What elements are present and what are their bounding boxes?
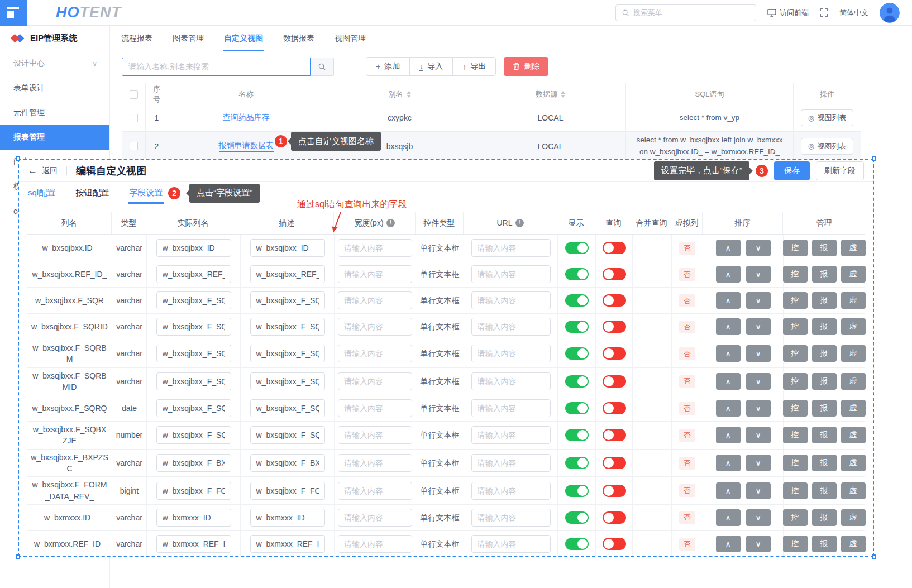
show-toggle[interactable] bbox=[565, 485, 589, 497]
collapse-menu-button[interactable] bbox=[0, 0, 27, 26]
move-down-button[interactable]: ∨ bbox=[746, 400, 771, 417]
move-up-button[interactable]: ∧ bbox=[716, 427, 741, 443]
actual-col-input[interactable] bbox=[156, 318, 231, 336]
url-input[interactable] bbox=[471, 291, 551, 309]
width-input[interactable] bbox=[338, 265, 412, 283]
query-toggle[interactable] bbox=[603, 375, 626, 388]
desc-input[interactable] bbox=[250, 265, 325, 283]
move-down-button[interactable]: ∨ bbox=[746, 345, 771, 362]
desc-input[interactable] bbox=[250, 399, 325, 417]
report-tab-2[interactable]: 自定义视图 bbox=[223, 26, 264, 51]
manage-report-button[interactable]: 报 bbox=[812, 318, 837, 335]
view-list-button[interactable]: ◎视图列表 bbox=[801, 109, 853, 126]
export-button[interactable]: ↑ 导出 bbox=[452, 57, 496, 76]
query-toggle[interactable] bbox=[603, 268, 626, 280]
back-button[interactable]: ← 返回 bbox=[28, 166, 58, 176]
url-input[interactable] bbox=[471, 399, 551, 417]
report-tab-4[interactable]: 视图管理 bbox=[333, 26, 367, 51]
show-toggle[interactable] bbox=[565, 321, 589, 333]
manage-report-button[interactable]: 报 bbox=[812, 292, 837, 309]
view-name-link[interactable]: 查询药品库存 bbox=[223, 113, 270, 123]
move-down-button[interactable]: ∨ bbox=[746, 509, 771, 526]
desc-input[interactable] bbox=[250, 291, 325, 309]
move-up-button[interactable]: ∧ bbox=[716, 400, 741, 417]
view-name-link[interactable]: 报销申请数据表 bbox=[219, 141, 274, 152]
width-input[interactable] bbox=[338, 239, 412, 257]
desc-input[interactable] bbox=[250, 239, 325, 257]
query-toggle[interactable] bbox=[603, 511, 626, 524]
import-button[interactable]: ↓ 导入 bbox=[409, 57, 453, 76]
manage-control-button[interactable]: 控 bbox=[783, 345, 808, 362]
width-input[interactable] bbox=[338, 535, 412, 553]
view-list-button[interactable]: ◎视图列表 bbox=[801, 138, 853, 155]
manage-report-button[interactable]: 报 bbox=[812, 455, 837, 471]
report-tab-3[interactable]: 数据报表 bbox=[282, 26, 316, 51]
sort-down-caret[interactable] bbox=[407, 95, 411, 98]
move-down-button[interactable]: ∨ bbox=[746, 536, 771, 552]
move-down-button[interactable]: ∨ bbox=[746, 427, 771, 443]
query-toggle[interactable] bbox=[603, 242, 626, 254]
actual-col-input[interactable] bbox=[156, 372, 231, 390]
width-input[interactable] bbox=[338, 399, 412, 417]
manage-virtual-button[interactable]: 虚 bbox=[841, 292, 866, 309]
width-input[interactable] bbox=[338, 372, 412, 390]
show-toggle[interactable] bbox=[565, 347, 589, 360]
delete-button[interactable]: 删除 bbox=[504, 57, 548, 76]
sidebar-item-2[interactable]: 元件管理 bbox=[0, 101, 109, 125]
manage-report-button[interactable]: 报 bbox=[812, 373, 837, 390]
url-input[interactable] bbox=[471, 239, 551, 257]
manage-virtual-button[interactable]: 虚 bbox=[841, 345, 866, 362]
move-down-button[interactable]: ∨ bbox=[746, 240, 771, 256]
actual-col-input[interactable] bbox=[156, 535, 231, 553]
sidebar-item-3[interactable]: 报表管理 bbox=[0, 125, 109, 150]
query-toggle[interactable] bbox=[603, 429, 626, 441]
actual-col-input[interactable] bbox=[156, 239, 231, 257]
manage-report-button[interactable]: 报 bbox=[812, 427, 837, 443]
move-up-button[interactable]: ∧ bbox=[716, 536, 741, 552]
url-input[interactable] bbox=[471, 426, 551, 444]
sort-up-caret[interactable] bbox=[407, 91, 411, 94]
manage-virtual-button[interactable]: 虚 bbox=[841, 536, 866, 552]
actual-col-input[interactable] bbox=[156, 426, 231, 444]
manage-report-button[interactable]: 报 bbox=[812, 400, 837, 417]
show-toggle[interactable] bbox=[565, 268, 589, 280]
desc-input[interactable] bbox=[250, 372, 325, 390]
editor-tab-0[interactable]: sql配置 bbox=[28, 182, 55, 204]
move-up-button[interactable]: ∧ bbox=[716, 318, 741, 335]
show-toggle[interactable] bbox=[565, 429, 589, 441]
manage-report-button[interactable]: 报 bbox=[812, 509, 837, 526]
editor-tab-2[interactable]: 字段设置 bbox=[129, 182, 163, 204]
url-input[interactable] bbox=[471, 509, 551, 527]
move-up-button[interactable]: ∧ bbox=[716, 509, 741, 526]
manage-control-button[interactable]: 控 bbox=[783, 482, 808, 499]
move-down-button[interactable]: ∨ bbox=[746, 318, 771, 335]
width-input[interactable] bbox=[338, 509, 412, 527]
width-input[interactable] bbox=[338, 345, 412, 362]
actual-col-input[interactable] bbox=[156, 482, 231, 500]
move-down-button[interactable]: ∨ bbox=[746, 373, 771, 390]
show-toggle[interactable] bbox=[565, 375, 589, 388]
show-toggle[interactable] bbox=[565, 538, 589, 550]
avatar[interactable] bbox=[880, 3, 900, 23]
manage-control-button[interactable]: 控 bbox=[783, 427, 808, 443]
manage-control-button[interactable]: 控 bbox=[783, 240, 808, 256]
url-input[interactable] bbox=[471, 372, 551, 390]
actual-col-input[interactable] bbox=[156, 265, 231, 283]
manage-control-button[interactable]: 控 bbox=[783, 400, 808, 417]
desc-input[interactable] bbox=[250, 318, 325, 336]
manage-virtual-button[interactable]: 虚 bbox=[841, 509, 866, 526]
url-input[interactable] bbox=[471, 345, 551, 362]
manage-report-button[interactable]: 报 bbox=[812, 266, 837, 283]
actual-col-input[interactable] bbox=[156, 345, 231, 362]
fullscreen-button[interactable] bbox=[820, 8, 828, 17]
manage-report-button[interactable]: 报 bbox=[812, 345, 837, 362]
desc-input[interactable] bbox=[250, 482, 325, 500]
search-button[interactable] bbox=[311, 58, 334, 76]
move-up-button[interactable]: ∧ bbox=[716, 292, 741, 309]
url-input[interactable] bbox=[471, 482, 551, 500]
sidebar-item-0[interactable]: 设计中心∨ bbox=[0, 51, 109, 76]
query-toggle[interactable] bbox=[603, 457, 626, 469]
desc-input[interactable] bbox=[250, 509, 325, 527]
url-input[interactable] bbox=[471, 265, 551, 283]
refresh-fields-button[interactable]: 刷新字段 bbox=[816, 161, 864, 180]
